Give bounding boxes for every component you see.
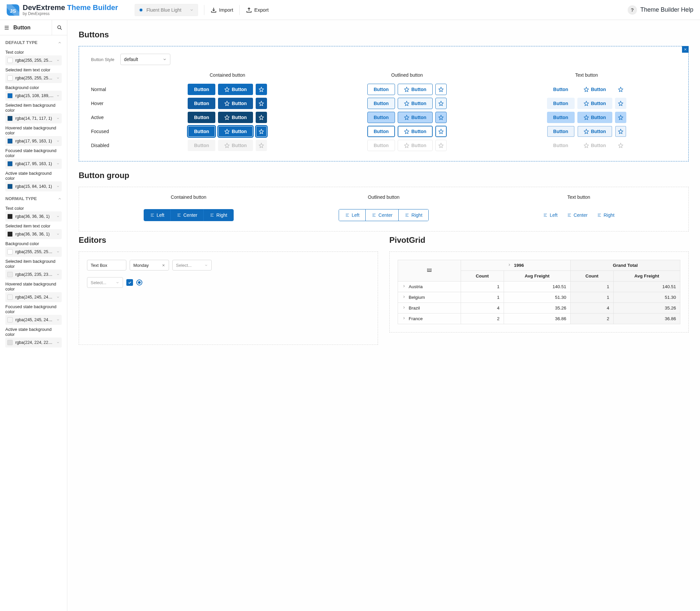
menu-toggle[interactable] <box>0 25 13 31</box>
example-button[interactable]: Button <box>188 126 215 137</box>
button-group: LeftCenterRight <box>144 209 234 221</box>
color-value: rgba(255, 255, 255, 1) <box>15 76 54 80</box>
color-value: rgba(17, 95, 163, 1) <box>15 161 54 166</box>
align-icon <box>210 213 214 218</box>
example-icon-button[interactable] <box>435 112 447 123</box>
chevron-down-icon <box>56 341 60 344</box>
example-button-with-icon[interactable]: Button <box>218 84 253 95</box>
checkbox-checked[interactable] <box>126 279 133 286</box>
button-group-segment[interactable]: Right <box>592 209 619 221</box>
selectbox-2[interactable]: Select... <box>87 277 123 288</box>
button-group-segment[interactable]: Center <box>171 209 204 221</box>
star-icon <box>259 143 264 148</box>
button-group-segment[interactable]: Left <box>144 209 171 221</box>
example-icon-button[interactable] <box>256 84 267 95</box>
tagbox-input[interactable]: Monday <box>130 260 169 270</box>
help-icon[interactable]: ? <box>628 5 637 15</box>
example-button[interactable]: Button <box>547 84 575 95</box>
example-icon-button[interactable] <box>435 126 447 137</box>
pivot-row-header[interactable]: Austria <box>398 282 461 292</box>
star-icon <box>259 129 264 134</box>
example-button-with-icon[interactable]: Button <box>398 84 433 95</box>
color-input[interactable]: rgba(224, 224, 224, 1) <box>5 338 62 347</box>
button-group-segment[interactable]: Right <box>204 209 233 221</box>
color-input[interactable]: rgba(15, 84, 140, 1) <box>5 181 62 191</box>
help-link[interactable]: Theme Builder Help <box>640 6 693 13</box>
color-input[interactable]: rgba(17, 95, 163, 1) <box>5 159 62 169</box>
property-label: Selected item text color <box>5 222 62 229</box>
example-icon-button[interactable] <box>435 98 447 109</box>
example-icon-button[interactable] <box>615 126 626 137</box>
export-button[interactable]: Export <box>246 7 269 13</box>
color-input[interactable]: rgba(255, 255, 255, 1) <box>5 55 62 65</box>
radio-selected[interactable] <box>136 280 142 285</box>
example-button-with-icon[interactable]: Button <box>577 84 612 95</box>
textbox-input[interactable]: Text Box <box>87 260 126 270</box>
sidebar-section-header[interactable]: NORMAL TYPE <box>5 191 62 204</box>
example-icon-button[interactable] <box>435 84 447 95</box>
example-button[interactable]: Button <box>547 112 575 123</box>
button-group-segment[interactable]: Left <box>538 209 562 221</box>
color-value: rgba(245, 245, 245, 1) <box>15 295 54 299</box>
button-group-segment[interactable]: Center <box>562 209 592 221</box>
button-style-select[interactable]: default <box>120 54 170 65</box>
example-icon-button[interactable] <box>256 98 267 109</box>
close-selection-button[interactable] <box>682 46 689 53</box>
example-icon-button[interactable] <box>256 126 267 137</box>
pivot-subheader: Count <box>461 271 504 282</box>
example-button[interactable]: Button <box>188 84 215 95</box>
example-button-with-icon[interactable]: Button <box>218 98 253 109</box>
star-icon <box>404 115 409 120</box>
color-input[interactable]: rgba(245, 245, 245, 1) <box>5 315 62 325</box>
example-button[interactable]: Button <box>547 126 575 137</box>
example-button[interactable]: Button <box>367 126 395 137</box>
button-group-segment[interactable]: Right <box>399 209 428 221</box>
example-button[interactable]: Button <box>547 98 575 109</box>
color-input[interactable]: rgba(15, 108, 189, 1) <box>5 91 62 101</box>
color-swatch-icon <box>7 138 13 144</box>
color-input[interactable]: rgba(245, 245, 245, 1) <box>5 292 62 302</box>
example-button-with-icon[interactable]: Button <box>398 126 433 137</box>
selectbox-1[interactable]: Select... <box>172 260 212 270</box>
example-button[interactable]: Button <box>188 98 215 109</box>
example-button[interactable]: Button <box>367 98 395 109</box>
theme-swatch-icon <box>139 8 143 12</box>
color-input[interactable]: rgba(255, 255, 255, 1) <box>5 73 62 83</box>
theme-select[interactable]: Fluent Blue Light <box>135 4 198 16</box>
example-button-with-icon[interactable]: Button <box>398 112 433 123</box>
star-icon <box>618 143 623 148</box>
example-button[interactable]: Button <box>188 112 215 123</box>
example-button[interactable]: Button <box>367 84 395 95</box>
example-icon-button[interactable] <box>256 112 267 123</box>
tag-remove-icon[interactable] <box>162 264 165 267</box>
pivot-row-header[interactable]: France <box>398 313 461 324</box>
example-button-with-icon[interactable]: Button <box>218 112 253 123</box>
example-icon-button[interactable] <box>615 84 626 95</box>
sidebar-section-header[interactable]: DEFAULT TYPE <box>5 35 62 48</box>
pivot-column-header[interactable]: 1996 <box>461 260 570 271</box>
example-button-with-icon: Button <box>398 140 433 151</box>
button-group-segment[interactable]: Center <box>366 209 399 221</box>
editors-preview: Text Box Monday Select... Select... <box>79 252 378 345</box>
pivot-field-chooser[interactable] <box>398 260 461 282</box>
sidebar-search-button[interactable] <box>52 20 67 35</box>
example-button-with-icon[interactable]: Button <box>577 98 612 109</box>
color-input[interactable]: rgba(36, 36, 36, 1) <box>5 229 62 239</box>
example-button-with-icon[interactable]: Button <box>398 98 433 109</box>
color-input[interactable]: rgba(255, 255, 255, 1) <box>5 247 62 257</box>
pivot-row-header[interactable]: Brazil <box>398 303 461 313</box>
color-input[interactable]: rgba(235, 235, 235, 1) <box>5 269 62 280</box>
color-input[interactable]: rgba(17, 95, 163, 1) <box>5 136 62 146</box>
example-button-with-icon[interactable]: Button <box>218 126 253 137</box>
brand-logo[interactable]: JS DevExtreme Theme Builder by DevExpres… <box>7 4 118 16</box>
example-icon-button[interactable] <box>615 98 626 109</box>
color-input[interactable]: rgba(36, 36, 36, 1) <box>5 211 62 222</box>
example-button-with-icon[interactable]: Button <box>577 126 612 137</box>
button-group-segment[interactable]: Left <box>339 209 366 221</box>
example-icon-button[interactable] <box>615 112 626 123</box>
example-button-with-icon[interactable]: Button <box>577 112 612 123</box>
import-button[interactable]: Import <box>210 7 233 13</box>
pivot-row-header[interactable]: Belgium <box>398 292 461 303</box>
color-input[interactable]: rgba(14, 71, 117, 1) <box>5 114 62 123</box>
example-button[interactable]: Button <box>367 112 395 123</box>
